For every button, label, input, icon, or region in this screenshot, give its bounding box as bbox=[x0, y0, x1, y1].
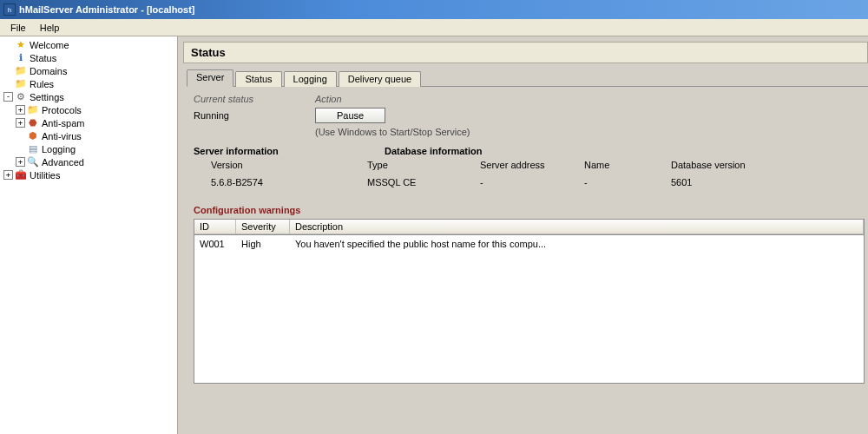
tab-logging[interactable]: Logging bbox=[284, 71, 337, 87]
label-db-type: Type bbox=[367, 160, 480, 170]
tree-expand-icon[interactable]: + bbox=[16, 118, 25, 128]
tree-label: Domains bbox=[30, 66, 67, 76]
value-version: 5.6.8-B2574 bbox=[194, 177, 367, 187]
info-icon: ℹ bbox=[15, 52, 27, 64]
tree-antispam[interactable]: + ⬣ Anti-spam bbox=[2, 116, 177, 129]
tree-label: Status bbox=[30, 53, 56, 63]
document-icon: ▤ bbox=[27, 143, 39, 155]
title-bar: h hMailServer Administrator - [localhost… bbox=[0, 0, 868, 19]
star-icon: ★ bbox=[15, 39, 27, 51]
tree-expander-blank: + bbox=[3, 53, 13, 62]
tree-label: Logging bbox=[42, 144, 76, 155]
server-info-header: Server information bbox=[194, 146, 385, 156]
window-title: hMailServer Administrator - [localhost] bbox=[19, 4, 195, 15]
current-status-value: Running bbox=[194, 110, 315, 121]
tree-label: Welcome bbox=[30, 40, 69, 50]
tree-label: Utilities bbox=[30, 170, 60, 181]
value-server-addr: - bbox=[480, 177, 584, 187]
toolbox-icon: 🧰 bbox=[15, 169, 27, 181]
value-db-name: - bbox=[584, 177, 671, 187]
tree-expand-icon[interactable]: + bbox=[16, 105, 25, 115]
warning-row[interactable]: W001 High You haven't specified the publ… bbox=[194, 235, 864, 253]
tree-label: Rules bbox=[30, 79, 54, 89]
tree-expander-blank: + bbox=[16, 144, 25, 154]
tab-strip: Server Status Logging Delivery queue bbox=[187, 69, 868, 86]
page-title: Status bbox=[191, 46, 860, 59]
pause-button[interactable]: Pause bbox=[315, 108, 385, 123]
tree-collapse-icon[interactable]: - bbox=[3, 92, 13, 102]
shield-icon: ⬣ bbox=[27, 117, 39, 129]
tab-body-server: Current status Action Running Pause (Use… bbox=[187, 86, 868, 434]
value-db-version: 5601 bbox=[671, 177, 792, 187]
db-info-header: Database information bbox=[385, 146, 482, 156]
current-status-label: Current status bbox=[194, 94, 315, 104]
tree-antivirus[interactable]: + ⬢ Anti-virus bbox=[2, 129, 177, 142]
magnifier-icon: 🔍 bbox=[27, 156, 39, 168]
app-icon: h bbox=[3, 3, 16, 16]
tree-domains[interactable]: + 📁 Domains bbox=[2, 64, 177, 77]
tree-expander-blank: + bbox=[3, 40, 13, 49]
tree-logging[interactable]: + ▤ Logging bbox=[2, 142, 177, 155]
action-label: Action bbox=[315, 94, 454, 104]
bug-icon: ⬢ bbox=[27, 130, 39, 142]
tree-label: Anti-virus bbox=[42, 131, 82, 141]
tree-status[interactable]: + ℹ Status bbox=[2, 51, 177, 64]
label-db-name: Name bbox=[584, 160, 671, 170]
tree-expander-blank: + bbox=[3, 66, 13, 76]
tab-status[interactable]: Status bbox=[235, 71, 281, 87]
label-db-version: Database version bbox=[671, 160, 792, 170]
warnings-table: ID Severity Description W001 High You ha… bbox=[194, 219, 865, 384]
tab-server[interactable]: Server bbox=[187, 69, 233, 87]
content-pane: Status Server Status Logging Delivery qu… bbox=[178, 36, 868, 434]
tree-advanced[interactable]: + 🔍 Advanced bbox=[2, 155, 177, 168]
tree-protocols[interactable]: + 📁 Protocols bbox=[2, 103, 177, 116]
service-tip: (Use Windows to Start/Stop Service) bbox=[315, 127, 470, 137]
folder-icon: 📁 bbox=[27, 104, 39, 116]
config-warnings-heading: Configuration warnings bbox=[194, 205, 868, 215]
menu-help[interactable]: Help bbox=[33, 21, 67, 35]
value-db-type: MSSQL CE bbox=[367, 177, 480, 187]
label-version: Version bbox=[194, 160, 367, 170]
folder-icon: 📁 bbox=[15, 78, 27, 90]
warnings-table-header: ID Severity Description bbox=[194, 220, 864, 235]
folder-icon: 📁 bbox=[15, 65, 27, 77]
col-id[interactable]: ID bbox=[194, 220, 236, 234]
tree-label: Protocols bbox=[42, 105, 82, 115]
menu-bar: File Help bbox=[0, 19, 868, 36]
tree-label: Settings bbox=[30, 92, 64, 102]
tree-label: Advanced bbox=[42, 157, 84, 168]
tree-expander-blank: + bbox=[3, 79, 13, 89]
menu-file[interactable]: File bbox=[3, 21, 33, 35]
warning-severity: High bbox=[236, 237, 290, 251]
tree-rules[interactable]: + 📁 Rules bbox=[2, 77, 177, 90]
tree-expand-icon[interactable]: + bbox=[3, 170, 13, 180]
warning-id: W001 bbox=[194, 237, 236, 251]
tree-settings[interactable]: - ⚙ Settings bbox=[2, 90, 177, 103]
tree-label: Anti-spam bbox=[42, 118, 85, 128]
gear-icon: ⚙ bbox=[15, 91, 27, 103]
warning-description: You haven't specified the public host na… bbox=[290, 237, 864, 251]
tree-expander-blank: + bbox=[16, 131, 25, 141]
col-description[interactable]: Description bbox=[290, 220, 864, 234]
nav-tree: + ★ Welcome + ℹ Status + 📁 Domains + 📁 R… bbox=[0, 36, 178, 434]
tree-utilities[interactable]: + 🧰 Utilities bbox=[2, 168, 177, 181]
page-heading-bar: Status bbox=[183, 42, 868, 63]
label-server-addr: Server address bbox=[480, 160, 584, 170]
tree-welcome[interactable]: + ★ Welcome bbox=[2, 38, 177, 51]
col-severity[interactable]: Severity bbox=[236, 220, 290, 234]
tab-delivery-queue[interactable]: Delivery queue bbox=[339, 71, 421, 87]
tree-expand-icon[interactable]: + bbox=[16, 157, 25, 167]
